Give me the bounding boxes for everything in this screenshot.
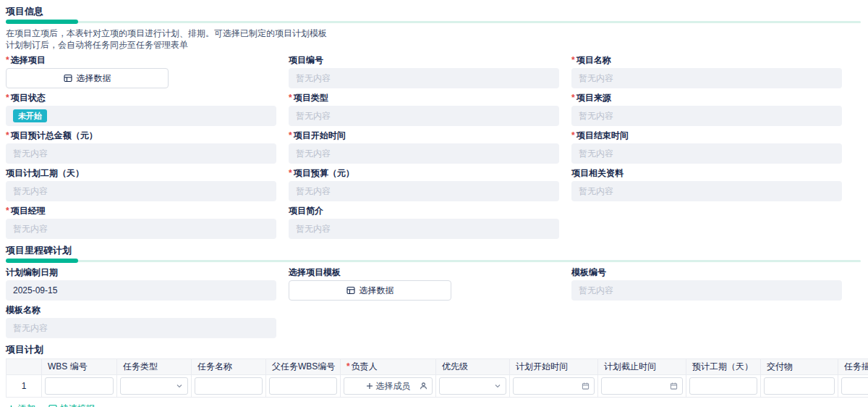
select-template-button[interactable]: 选择数据 (289, 280, 451, 301)
plan-start-date-picker[interactable] (513, 377, 595, 395)
field-label: 项目预计总金额（元） (6, 130, 276, 140)
select-data-icon (346, 286, 355, 295)
task-name-input[interactable] (195, 377, 263, 395)
project-intro-field: 暂无内容 (289, 219, 559, 239)
field-label: 项目来源 (571, 93, 842, 103)
field-project-no: 项目编号 暂无内容 (289, 55, 559, 88)
grid-spacer (571, 206, 842, 239)
calendar-icon (582, 382, 590, 390)
end-time-field: 暂无内容 (571, 143, 842, 164)
field-label: 项目编号 (289, 55, 559, 65)
field-label: 选择项目模板 (289, 267, 559, 277)
wbs-input[interactable] (45, 377, 114, 395)
required-asterisk (346, 361, 352, 372)
plan-table: WBS 编号 任务类型 任务名称 父任务WBS编号 负责人 优先级 计划开始时间… (6, 358, 868, 398)
project-plan-form: 项目信息 在项目立项后，本表针对立项的项目进行计划、排期。可选择已制定的项目计划… (0, 0, 868, 407)
task-desc-input[interactable] (841, 377, 868, 395)
est-duration-input[interactable] (689, 377, 757, 395)
underline-track (6, 260, 861, 262)
plan-end-date-picker[interactable] (601, 377, 683, 395)
estimated-total-field: 暂无内容 (6, 143, 276, 164)
field-project-type: 项目类型 暂无内容 (289, 93, 559, 126)
select-template-button-label: 选择数据 (359, 285, 394, 297)
parent-wbs-input[interactable] (269, 377, 337, 395)
description-line-2: 计划制订后，会自动将任务同步至任务管理表单 (6, 39, 868, 51)
person-icon (420, 382, 427, 390)
field-select-project: 选择项目 选择数据 (6, 55, 276, 88)
field-label: 模板名称 (6, 305, 276, 315)
field-label: 模板编号 (571, 267, 842, 277)
col-header-owner-label: 负责人 (352, 361, 378, 372)
plus-icon (366, 382, 373, 390)
col-header-deliverable: 交付物 (761, 359, 838, 375)
plan-duration-field: 暂无内容 (6, 181, 276, 201)
field-template-name: 模板名称 暂无内容 (6, 305, 276, 338)
underline-track (6, 21, 861, 23)
project-source-field: 暂无内容 (571, 106, 842, 126)
field-start-time: 项目开始时间 暂无内容 (289, 130, 559, 164)
field-template-no: 模板编号 暂无内容 (571, 267, 842, 301)
col-header-plan-end: 计划截止时间 (598, 359, 686, 375)
field-plan-date: 计划编制日期 2025-09-15 (6, 267, 276, 301)
quick-fill-button[interactable]: 快速填报 (48, 403, 95, 407)
col-header-task-name: 任务名称 (192, 359, 266, 375)
field-project-manager: 项目经理 暂无内容 (6, 206, 276, 239)
field-plan-duration: 项目计划工期（天） 暂无内容 (6, 168, 276, 201)
select-data-button[interactable]: 选择数据 (6, 68, 169, 88)
col-header-priority: 优先级 (436, 359, 510, 375)
template-name-field: 暂无内容 (6, 318, 276, 338)
field-project-intro: 项目简介 暂无内容 (289, 206, 559, 239)
chevron-down-icon (494, 382, 501, 390)
field-label: 选择项目 (6, 55, 276, 65)
field-label: 项目结束时间 (571, 130, 842, 140)
budget-field: 暂无内容 (289, 181, 559, 201)
status-badge: 未开始 (13, 109, 47, 122)
add-row-label: 添加 (18, 403, 35, 407)
underline-accent-pill (6, 20, 78, 24)
quick-fill-icon (48, 404, 57, 407)
col-header-rownum (7, 359, 42, 375)
field-select-template: 选择项目模板 选择数据 (289, 267, 559, 301)
row-index-cell: 1 (7, 375, 42, 398)
field-label: 项目计划工期（天） (6, 168, 276, 178)
related-docs-field: 暂无内容 (571, 181, 842, 201)
section-underline (6, 20, 861, 24)
table-row: 1 选择成员 (7, 375, 868, 398)
add-row-button[interactable]: 添加 (7, 403, 35, 407)
grid-spacer (289, 305, 559, 338)
section-title-project-info: 项目信息 (6, 6, 868, 17)
field-label: 项目经理 (6, 206, 276, 216)
milestone-grid: 计划编制日期 2025-09-15 选择项目模板 选择数据 模板编号 暂无内容 … (6, 267, 868, 338)
deliverable-input[interactable] (764, 377, 835, 395)
section-title-milestone: 项目里程碑计划 (6, 245, 868, 256)
project-manager-field: 暂无内容 (6, 219, 276, 239)
project-no-field: 暂无内容 (289, 68, 559, 88)
col-header-owner: 负责人 (341, 359, 436, 375)
field-label: 项目开始时间 (289, 130, 559, 140)
task-type-select[interactable] (120, 377, 188, 395)
section-title-plan-table: 项目计划 (6, 344, 868, 356)
col-header-est-duration: 预计工期（天） (686, 359, 761, 375)
project-name-field: 暂无内容 (571, 68, 842, 88)
field-label: 项目预算（元） (289, 168, 559, 178)
template-no-field: 暂无内容 (571, 280, 842, 301)
field-project-name: 项目名称 暂无内容 (571, 55, 842, 88)
priority-select[interactable] (439, 377, 506, 395)
col-header-task-desc: 任务描述 (838, 359, 868, 375)
member-picker[interactable]: 选择成员 (344, 377, 433, 395)
col-header-parent-wbs: 父任务WBS编号 (266, 359, 341, 375)
calendar-icon (670, 382, 678, 390)
project-status-field: 未开始 (6, 106, 276, 126)
field-label: 项目简介 (289, 206, 559, 216)
col-header-wbs: WBS 编号 (42, 359, 117, 375)
field-related-docs: 项目相关资料 暂无内容 (571, 168, 842, 201)
plus-icon (7, 405, 15, 407)
chevron-down-icon (176, 382, 183, 390)
member-picker-label: 选择成员 (376, 380, 411, 393)
grid-spacer (571, 305, 842, 338)
project-info-grid: 选择项目 选择数据 项目编号 暂无内容 项目名称 暂无内容 项目状态 未开始 项… (6, 55, 868, 239)
underline-accent-pill (6, 259, 78, 263)
field-label: 项目状态 (6, 93, 276, 103)
plan-date-field: 2025-09-15 (6, 280, 276, 301)
project-type-field: 暂无内容 (289, 106, 559, 126)
